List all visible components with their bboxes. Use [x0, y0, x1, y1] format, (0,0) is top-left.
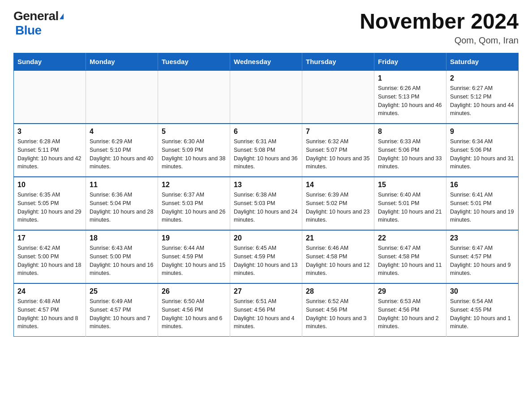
weekday-header-wednesday: Wednesday	[230, 53, 302, 71]
calendar-cell: 7Sunrise: 6:32 AMSunset: 5:07 PMDaylight…	[302, 124, 374, 177]
sun-info: Sunrise: 6:30 AMSunset: 5:09 PMDaylight:…	[162, 137, 226, 171]
month-title: November 2024	[360, 9, 519, 34]
sun-info: Sunrise: 6:47 AMSunset: 4:58 PMDaylight:…	[378, 244, 442, 278]
logo-blue-text: Blue	[15, 23, 42, 37]
logo: General Blue	[13, 9, 64, 38]
day-number: 8	[378, 128, 442, 136]
sun-info: Sunrise: 6:40 AMSunset: 5:01 PMDaylight:…	[378, 191, 442, 224]
calendar-cell	[158, 70, 230, 124]
day-number: 1	[378, 74, 442, 82]
calendar-cell	[86, 70, 158, 124]
day-number: 11	[90, 181, 154, 189]
calendar-cell: 18Sunrise: 6:43 AMSunset: 5:00 PMDayligh…	[86, 230, 158, 283]
day-number: 23	[450, 234, 515, 242]
weekday-header-thursday: Thursday	[302, 53, 374, 71]
calendar-cell: 28Sunrise: 6:52 AMSunset: 4:56 PMDayligh…	[302, 283, 374, 337]
sun-info: Sunrise: 6:54 AMSunset: 4:55 PMDaylight:…	[450, 297, 515, 331]
sun-info: Sunrise: 6:42 AMSunset: 5:00 PMDaylight:…	[17, 244, 82, 278]
sun-info: Sunrise: 6:52 AMSunset: 4:56 PMDaylight:…	[306, 297, 370, 331]
calendar-cell: 21Sunrise: 6:46 AMSunset: 4:58 PMDayligh…	[302, 230, 374, 283]
day-number: 29	[378, 287, 442, 295]
day-number: 21	[306, 234, 370, 242]
calendar-cell: 24Sunrise: 6:48 AMSunset: 4:57 PMDayligh…	[14, 283, 86, 337]
calendar-cell: 4Sunrise: 6:29 AMSunset: 5:10 PMDaylight…	[86, 124, 158, 177]
day-number: 6	[234, 128, 298, 136]
calendar-week-row: 3Sunrise: 6:28 AMSunset: 5:11 PMDaylight…	[14, 124, 519, 177]
calendar-cell: 17Sunrise: 6:42 AMSunset: 5:00 PMDayligh…	[14, 230, 86, 283]
calendar-cell: 2Sunrise: 6:27 AMSunset: 5:12 PMDaylight…	[446, 70, 519, 124]
sun-info: Sunrise: 6:32 AMSunset: 5:07 PMDaylight:…	[306, 137, 370, 171]
sun-info: Sunrise: 6:37 AMSunset: 5:03 PMDaylight:…	[162, 191, 226, 224]
day-number: 22	[378, 234, 442, 242]
day-number: 16	[450, 181, 515, 189]
weekday-header-saturday: Saturday	[446, 53, 519, 71]
calendar-cell: 1Sunrise: 6:26 AMSunset: 5:13 PMDaylight…	[374, 70, 446, 124]
sun-info: Sunrise: 6:46 AMSunset: 4:58 PMDaylight:…	[306, 244, 370, 278]
calendar-cell: 23Sunrise: 6:47 AMSunset: 4:57 PMDayligh…	[446, 230, 519, 283]
sun-info: Sunrise: 6:39 AMSunset: 5:02 PMDaylight:…	[306, 191, 370, 224]
calendar-cell: 27Sunrise: 6:51 AMSunset: 4:56 PMDayligh…	[230, 283, 302, 337]
day-number: 2	[450, 74, 515, 82]
calendar-week-row: 1Sunrise: 6:26 AMSunset: 5:13 PMDaylight…	[14, 70, 519, 124]
calendar-cell: 6Sunrise: 6:31 AMSunset: 5:08 PMDaylight…	[230, 124, 302, 177]
sun-info: Sunrise: 6:53 AMSunset: 4:56 PMDaylight:…	[378, 297, 442, 331]
sun-info: Sunrise: 6:27 AMSunset: 5:12 PMDaylight:…	[450, 84, 515, 118]
sun-info: Sunrise: 6:51 AMSunset: 4:56 PMDaylight:…	[234, 297, 298, 331]
day-number: 26	[162, 287, 226, 295]
day-number: 9	[450, 128, 515, 136]
weekday-header-sunday: Sunday	[14, 53, 86, 71]
calendar-header-row: SundayMondayTuesdayWednesdayThursdayFrid…	[14, 53, 519, 71]
day-number: 4	[90, 128, 154, 136]
day-number: 12	[162, 181, 226, 189]
calendar-cell: 15Sunrise: 6:40 AMSunset: 5:01 PMDayligh…	[374, 177, 446, 230]
sun-info: Sunrise: 6:50 AMSunset: 4:56 PMDaylight:…	[162, 297, 226, 331]
day-number: 15	[378, 181, 442, 189]
day-number: 17	[17, 234, 82, 242]
page-header: General Blue November 2024 Qom, Qom, Ira…	[13, 9, 519, 46]
calendar-cell: 19Sunrise: 6:44 AMSunset: 4:59 PMDayligh…	[158, 230, 230, 283]
day-number: 14	[306, 181, 370, 189]
calendar-cell	[230, 70, 302, 124]
calendar-cell	[14, 70, 86, 124]
sun-info: Sunrise: 6:45 AMSunset: 4:59 PMDaylight:…	[234, 244, 298, 278]
calendar-week-row: 17Sunrise: 6:42 AMSunset: 5:00 PMDayligh…	[14, 230, 519, 283]
sun-info: Sunrise: 6:31 AMSunset: 5:08 PMDaylight:…	[234, 137, 298, 171]
location-title: Qom, Qom, Iran	[360, 35, 519, 46]
sun-info: Sunrise: 6:48 AMSunset: 4:57 PMDaylight:…	[17, 297, 82, 331]
sun-info: Sunrise: 6:47 AMSunset: 4:57 PMDaylight:…	[450, 244, 515, 278]
calendar-cell: 13Sunrise: 6:38 AMSunset: 5:03 PMDayligh…	[230, 177, 302, 230]
sun-info: Sunrise: 6:35 AMSunset: 5:05 PMDaylight:…	[17, 191, 82, 224]
calendar-cell: 3Sunrise: 6:28 AMSunset: 5:11 PMDaylight…	[14, 124, 86, 177]
sun-info: Sunrise: 6:44 AMSunset: 4:59 PMDaylight:…	[162, 244, 226, 278]
day-number: 20	[234, 234, 298, 242]
logo-general-text: General	[13, 9, 59, 23]
title-block: November 2024 Qom, Qom, Iran	[360, 9, 519, 46]
logo-triangle-icon	[60, 13, 64, 19]
day-number: 25	[90, 287, 154, 295]
day-number: 13	[234, 181, 298, 189]
calendar-cell: 30Sunrise: 6:54 AMSunset: 4:55 PMDayligh…	[446, 283, 519, 337]
weekday-header-tuesday: Tuesday	[158, 53, 230, 71]
calendar-cell: 16Sunrise: 6:41 AMSunset: 5:01 PMDayligh…	[446, 177, 519, 230]
calendar-cell: 20Sunrise: 6:45 AMSunset: 4:59 PMDayligh…	[230, 230, 302, 283]
sun-info: Sunrise: 6:38 AMSunset: 5:03 PMDaylight:…	[234, 191, 298, 224]
calendar-cell: 8Sunrise: 6:33 AMSunset: 5:06 PMDaylight…	[374, 124, 446, 177]
day-number: 28	[306, 287, 370, 295]
calendar-cell: 10Sunrise: 6:35 AMSunset: 5:05 PMDayligh…	[14, 177, 86, 230]
calendar-cell: 25Sunrise: 6:49 AMSunset: 4:57 PMDayligh…	[86, 283, 158, 337]
calendar-cell: 12Sunrise: 6:37 AMSunset: 5:03 PMDayligh…	[158, 177, 230, 230]
day-number: 5	[162, 128, 226, 136]
calendar-cell: 29Sunrise: 6:53 AMSunset: 4:56 PMDayligh…	[374, 283, 446, 337]
sun-info: Sunrise: 6:29 AMSunset: 5:10 PMDaylight:…	[90, 137, 154, 171]
day-number: 18	[90, 234, 154, 242]
calendar-cell: 11Sunrise: 6:36 AMSunset: 5:04 PMDayligh…	[86, 177, 158, 230]
sun-info: Sunrise: 6:26 AMSunset: 5:13 PMDaylight:…	[378, 84, 442, 118]
sun-info: Sunrise: 6:41 AMSunset: 5:01 PMDaylight:…	[450, 191, 515, 224]
calendar-cell: 22Sunrise: 6:47 AMSunset: 4:58 PMDayligh…	[374, 230, 446, 283]
weekday-header-friday: Friday	[374, 53, 446, 71]
day-number: 24	[17, 287, 82, 295]
day-number: 10	[17, 181, 82, 189]
weekday-header-monday: Monday	[86, 53, 158, 71]
sun-info: Sunrise: 6:36 AMSunset: 5:04 PMDaylight:…	[90, 191, 154, 224]
calendar-cell: 14Sunrise: 6:39 AMSunset: 5:02 PMDayligh…	[302, 177, 374, 230]
